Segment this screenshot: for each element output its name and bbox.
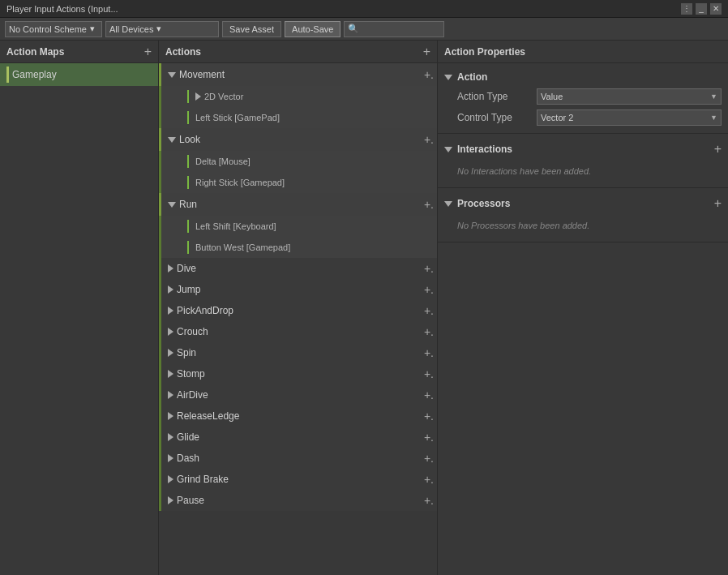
control-scheme-dropdown[interactable]: No Control Scheme ▾ [5, 21, 102, 37]
actions-header: Actions + [159, 41, 437, 63]
action-group-header-look[interactable]: Look +. [159, 128, 437, 151]
minimize-button[interactable]: _ [696, 3, 707, 15]
binding-accent [187, 155, 189, 168]
action-item-stomp[interactable]: Stomp +. [159, 363, 437, 384]
search-wrap: 🔍 [344, 21, 444, 37]
action-binding-buttonwest[interactable]: Button West [Gamepad] [159, 237, 437, 258]
action-item-add-button[interactable]: +. [424, 431, 434, 444]
main-layout: Action Maps + Gameplay Actions + Movemen… [0, 41, 728, 575]
action-maps-title: Action Maps [6, 46, 64, 58]
expand-icon-look [168, 137, 176, 143]
processors-title: Processors [457, 198, 510, 209]
action-maps-panel: Action Maps + Gameplay [0, 41, 159, 575]
action-item-expand-icon [168, 454, 173, 462]
action-item-expand-icon [168, 433, 173, 441]
actions-add-button[interactable]: + [423, 45, 430, 58]
search-icon: 🔍 [348, 24, 359, 34]
actions-title: Actions [165, 46, 201, 58]
properties-panel: Action Properties Action Action Type Val… [438, 41, 728, 575]
close-button[interactable]: ✕ [710, 3, 722, 15]
action-binding-deltamouse[interactable]: Delta [Mouse] [159, 151, 437, 172]
binding-name-buttonwest: Button West [Gamepad] [195, 242, 290, 252]
action-item-jump[interactable]: Jump +. [159, 279, 437, 300]
action-binding-2dvector[interactable]: 2D Vector [159, 86, 437, 107]
action-item-add-button[interactable]: +. [424, 325, 434, 338]
action-item-add-button[interactable]: +. [424, 494, 434, 507]
action-group-add-look[interactable]: +. [424, 133, 434, 146]
action-item-add-button[interactable]: +. [424, 410, 434, 423]
action-item-airdive[interactable]: AirDive +. [159, 384, 437, 406]
action-item-dive[interactable]: Dive +. [159, 258, 437, 279]
action-item-add-button[interactable]: +. [424, 304, 434, 317]
title-bar-controls: ⋮ _ ✕ [681, 3, 722, 15]
action-item-add-button[interactable]: +. [424, 452, 434, 465]
action-item-grind brake[interactable]: Grind Brake +. [159, 469, 437, 490]
expand-icon-movement [168, 72, 176, 78]
action-item-add-button[interactable]: +. [424, 367, 434, 380]
action-item-name: Dive [177, 263, 421, 274]
toolbar: No Control Scheme ▾ All Devices ▾ Save A… [0, 18, 728, 41]
action-group-add-run[interactable]: +. [424, 198, 434, 211]
action-binding-leftstick[interactable]: Left Stick [GamePad] [159, 107, 437, 128]
action-item-name: Jump [177, 284, 421, 295]
action-item-name: Spin [177, 347, 421, 358]
processors-expand-icon [444, 201, 452, 207]
processors-add-button[interactable]: + [714, 196, 722, 211]
action-items-container: Dive +. Jump +. PickAndDrop +. Crouch +.… [159, 258, 437, 511]
action-type-dropdown[interactable]: Value ▼ [537, 88, 722, 105]
control-type-value: Vector 2 [541, 113, 573, 122]
binding-accent [187, 220, 189, 233]
action-item-add-button[interactable]: +. [424, 346, 434, 359]
action-maps-add-button[interactable]: + [144, 45, 152, 58]
action-group-look: Look +. Delta [Mouse] Right Stick [Gamep… [159, 128, 437, 193]
binding-accent [187, 241, 189, 254]
action-map-item-gameplay[interactable]: Gameplay [0, 63, 158, 86]
action-item-pause[interactable]: Pause +. [159, 490, 437, 511]
action-section-header[interactable]: Action [438, 68, 728, 86]
actions-list: Movement +. 2D Vector Left Stick [GamePa… [159, 63, 437, 575]
action-item-glide[interactable]: Glide +. [159, 427, 437, 448]
action-item-add-button[interactable]: +. [424, 473, 434, 486]
title-bar: Player Input Actions (Input... ⋮ _ ✕ [0, 0, 728, 18]
interactions-title: Interactions [457, 144, 512, 155]
action-group-name-run: Run [179, 199, 421, 210]
action-item-spin[interactable]: Spin +. [159, 342, 437, 363]
control-type-label: Control Type [457, 112, 530, 123]
interactions-section-header[interactable]: Interactions + [438, 139, 728, 160]
action-item-add-button[interactable]: +. [424, 283, 434, 296]
interactions-section: Interactions + No Interactions have been… [438, 134, 728, 188]
action-section: Action Action Type Value ▼ Control Type … [438, 63, 728, 134]
action-item-crouch[interactable]: Crouch +. [159, 321, 437, 342]
action-item-pickanddrop[interactable]: PickAndDrop +. [159, 300, 437, 321]
action-binding-leftshift[interactable]: Left Shift [Keyboard] [159, 216, 437, 237]
action-item-expand-icon [168, 370, 173, 378]
action-group-header-run[interactable]: Run +. [159, 193, 437, 216]
action-item-expand-icon [168, 475, 173, 483]
devices-dropdown[interactable]: All Devices ▾ [105, 21, 219, 37]
actions-panel: Actions + Movement +. 2D Vector Left Sti… [159, 41, 438, 575]
action-item-expand-icon [168, 328, 173, 336]
action-group-run: Run +. Left Shift [Keyboard] Button West… [159, 193, 437, 258]
action-item-add-button[interactable]: +. [424, 388, 434, 401]
save-asset-button[interactable]: Save Asset [222, 21, 281, 37]
action-item-add-button[interactable]: +. [424, 262, 434, 275]
action-type-row: Action Type Value ▼ [438, 86, 728, 107]
action-item-dash[interactable]: Dash +. [159, 448, 437, 469]
processors-section-header[interactable]: Processors + [438, 193, 728, 214]
processors-section: Processors + No Processors have been add… [438, 188, 728, 242]
title-bar-title: Player Input Actions (Input... [6, 4, 118, 14]
action-group-name-look: Look [179, 134, 421, 145]
action-item-releaseledge[interactable]: ReleaseLedge +. [159, 406, 437, 427]
interactions-add-button[interactable]: + [714, 142, 722, 157]
auto-save-button[interactable]: Auto-Save [285, 21, 340, 37]
action-binding-rightstick[interactable]: Right Stick [Gamepad] [159, 172, 437, 193]
menu-icon[interactable]: ⋮ [681, 3, 692, 15]
action-type-label: Action Type [457, 91, 530, 102]
control-type-row: Control Type Vector 2 ▼ [438, 107, 728, 128]
search-input[interactable] [359, 24, 440, 34]
binding-name-leftshift: Left Shift [Keyboard] [195, 221, 276, 231]
action-group-add-movement[interactable]: +. [424, 68, 434, 81]
control-type-dropdown[interactable]: Vector 2 ▼ [537, 109, 722, 126]
action-group-header-movement[interactable]: Movement +. [159, 63, 437, 86]
action-item-name: PickAndDrop [177, 305, 421, 316]
